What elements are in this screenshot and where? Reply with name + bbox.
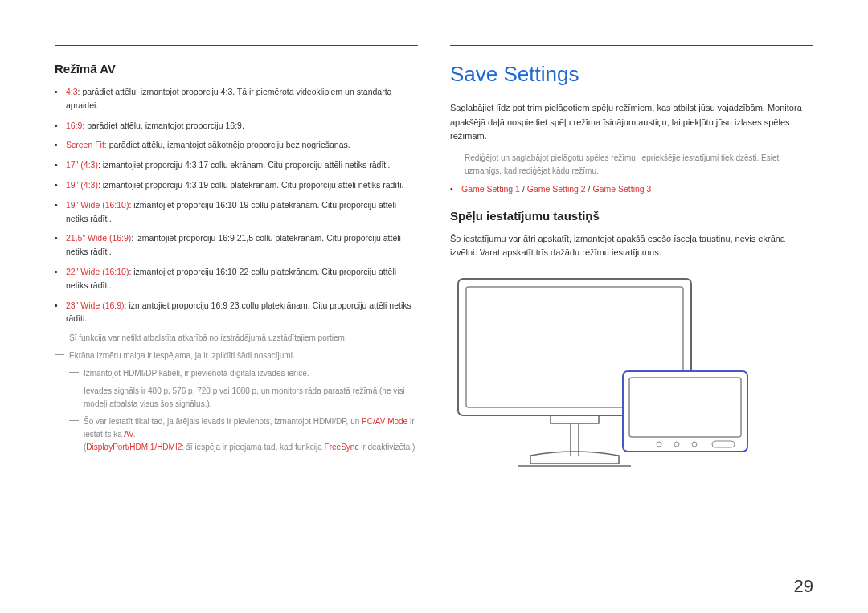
list-item: 19" (4:3): izmantojiet proporciju 4:3 19… <box>66 178 418 192</box>
option-label: Screen Fit <box>66 140 104 149</box>
game-setting-1: Game Setting 1 <box>461 184 520 194</box>
footnote: Šī funkcija var netikt atbalstīta atkarī… <box>55 332 418 345</box>
list-item: 4:3: parādiet attēlu, izmantojot proporc… <box>66 85 418 112</box>
save-settings-description: Saglabājiet līdz pat trim pielāgotiem sp… <box>450 101 813 144</box>
option-text: : parādiet attēlu, izmantojot proporciju… <box>82 121 244 130</box>
aspect-ratio-list: 4:3: parādiet attēlu, izmantojot proporc… <box>55 85 418 325</box>
footnote-sub: Šo var iestatīt tikai tad, ja ārējais ie… <box>69 415 418 454</box>
list-item: 17" (4:3): izmantojiet proporciju 4:3 17… <box>66 158 418 172</box>
game-setting-2: Game Setting 2 <box>527 184 586 194</box>
game-key-heading: Spēļu iestatījumu taustiņš <box>450 209 813 223</box>
option-text: : izmantojiet proporciju 4:3 17 collu ek… <box>98 160 391 170</box>
option-text: : parādiet attēlu, izmantojot sākotnējo … <box>104 140 350 149</box>
game-settings-list: Game Setting 1 / Game Setting 2 / Game S… <box>450 182 813 196</box>
footnote: Ekrāna izmēru maiņa ir iespējama, ja ir … <box>55 349 418 362</box>
footnote-sub: Ievades signāls ir 480 p, 576 p, 720 p v… <box>69 385 418 411</box>
svg-rect-6 <box>623 371 747 452</box>
footnotes: Šī funkcija var netikt atbalstīta atkarī… <box>55 332 418 454</box>
list-item: 23" Wide (16:9): izmantojiet proporciju … <box>66 299 418 326</box>
game-setting-3: Game Setting 3 <box>592 184 651 194</box>
footnote-sub: Izmantojot HDMI/DP kabeli, ir pievienota… <box>69 367 418 380</box>
svg-rect-2 <box>551 415 599 423</box>
left-column: Režīmā AV 4:3: parādiet attēlu, izmantoj… <box>55 45 418 476</box>
option-label: 4:3 <box>66 87 78 96</box>
list-item: Screen Fit: parādiet attēlu, izmantojot … <box>66 138 418 152</box>
list-item: 21.5" Wide (16:9): izmantojiet proporcij… <box>66 231 418 259</box>
option-text: : parādiet attēlu, izmantojot proporciju… <box>66 87 391 110</box>
right-column: Save Settings Saglabājiet līdz pat trim … <box>450 45 813 476</box>
list-item: Game Setting 1 / Game Setting 2 / Game S… <box>461 182 813 196</box>
option-label: 17" (4:3) <box>66 160 98 170</box>
monitor-illustration <box>450 275 755 476</box>
list-item: 16:9: parādiet attēlu, izmantojot propor… <box>66 119 418 133</box>
option-label: 21.5" Wide (16:9) <box>66 233 131 243</box>
av-mode-heading: Režīmā AV <box>55 62 418 76</box>
save-settings-title: Save Settings <box>450 62 813 87</box>
option-label: 23" Wide (16:9) <box>66 300 125 310</box>
option-label: 16:9 <box>66 121 82 130</box>
save-settings-note: Rediģējot un saglabājot pielāgotu spēles… <box>450 152 813 178</box>
option-label: 19" Wide (16:10) <box>66 200 129 210</box>
list-item: 19" Wide (16:10): izmantojiet proporciju… <box>66 198 418 226</box>
page-number: 29 <box>794 576 813 597</box>
option-label: 22" Wide (16:10) <box>66 267 129 276</box>
game-key-description: Šo iestatījumu var ātri apskatīt, izmant… <box>450 232 813 260</box>
option-label: 19" (4:3) <box>66 180 98 190</box>
option-text: : izmantojiet proporciju 4:3 19 collu pl… <box>98 180 404 190</box>
list-item: 22" Wide (16:10): izmantojiet proporciju… <box>66 265 418 292</box>
